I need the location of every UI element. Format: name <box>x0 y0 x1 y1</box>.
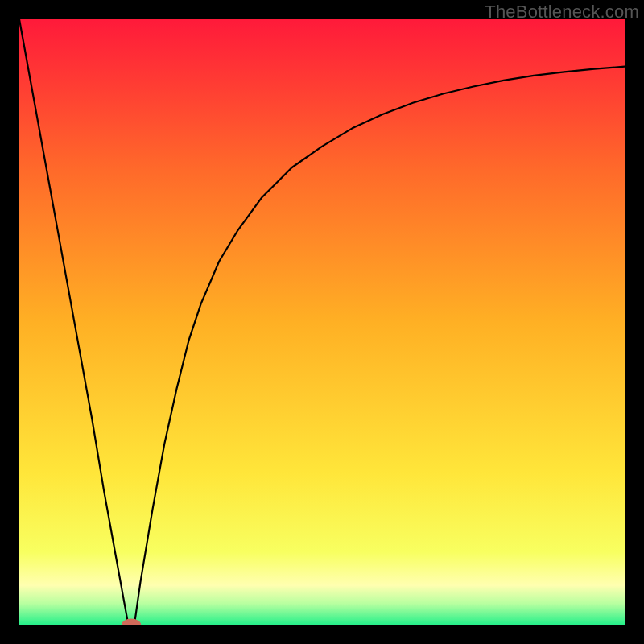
gradient-background <box>19 19 625 625</box>
watermark-text: TheBottleneck.com <box>485 2 639 23</box>
plot-area <box>19 19 625 625</box>
chart-frame: TheBottleneck.com <box>0 0 644 644</box>
chart-svg <box>19 19 625 625</box>
